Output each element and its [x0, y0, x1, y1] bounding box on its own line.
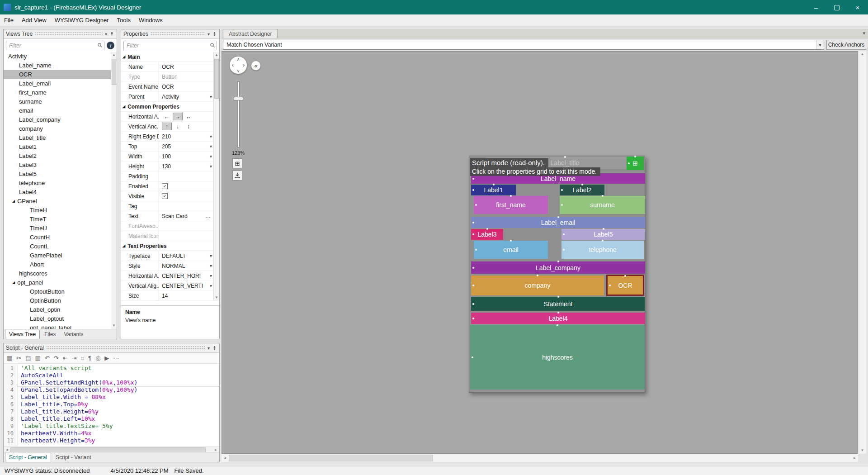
designer-view-company[interactable]: company [471, 276, 604, 295]
code-line-6[interactable]: 6Label_title.Top=0%y [4, 401, 219, 408]
dropdown-arrow-icon[interactable]: ▾ [210, 261, 212, 271]
designer-view-label-company[interactable]: Label_company [471, 261, 645, 274]
designer-view-telephone[interactable]: telephone [561, 241, 644, 259]
pin-icon[interactable] [109, 32, 114, 37]
tree-item-opt-panel[interactable]: ◢opt_panel [4, 278, 111, 287]
property-row-right-edge-d[interactable]: Right Edge D...210▾ [121, 132, 213, 142]
dropdown-arrow-icon[interactable]: ▾ [210, 162, 212, 171]
property-row-top[interactable]: Top205▾ [121, 142, 213, 152]
search-icon[interactable]: ◎ [95, 355, 100, 361]
property-row-fontaweso[interactable]: FontAweso...… [121, 221, 213, 231]
chevron-down-icon[interactable]: ▾ [208, 32, 210, 37]
search-icon[interactable] [210, 43, 215, 49]
zoom-slider-thumb[interactable] [234, 97, 243, 100]
scroll-right-icon[interactable]: ► [851, 454, 858, 462]
undo-icon[interactable]: ↶ [45, 355, 50, 361]
code-editor[interactable]: 1'All variants script2AutoScaleAll3GPane… [4, 364, 219, 446]
anchor-button-1[interactable]: ↑ [162, 123, 172, 130]
tree-item-timeh[interactable]: TimeH [4, 206, 111, 215]
maximize-button[interactable]: ▢ [826, 0, 847, 14]
tree-item-email[interactable]: email [4, 106, 111, 115]
tree-item-ocr[interactable]: OCR [4, 70, 111, 79]
expander-icon[interactable]: ◢ [12, 197, 15, 206]
more-icon[interactable]: ⋯ [113, 355, 119, 361]
outdent-icon[interactable]: ⇤ [63, 355, 68, 361]
design-surface[interactable]: Script mode (read-only). Click on the pr… [469, 156, 645, 393]
uncomment-icon[interactable]: ¶ [88, 355, 91, 361]
tree-item-company[interactable]: company [4, 124, 111, 133]
canvas-hscrollbar[interactable]: ◄ ► [222, 454, 858, 462]
tree-item-label2[interactable]: Label2 [4, 152, 111, 161]
tree-item-label4[interactable]: Label4 [4, 188, 111, 197]
designer-view-highscores[interactable]: highscores [470, 325, 645, 390]
properties-filter-input[interactable] [123, 41, 217, 50]
tab-files[interactable]: Files [41, 330, 59, 339]
code-line-9[interactable]: 9'Label_title.TextSize= 5%y [4, 423, 219, 430]
zoom-slider[interactable] [237, 81, 240, 147]
menu-item-windows[interactable]: Windows [135, 14, 167, 26]
checkbox[interactable]: ✓ [162, 183, 168, 189]
scroll-up-icon[interactable]: ▲ [111, 52, 117, 58]
tree-item-gpanel[interactable]: ◢GPanel [4, 197, 111, 206]
code-line-11[interactable]: 11heartbeatV.Height=3%y [4, 437, 219, 444]
tree-item-label-email[interactable]: Label_email [4, 79, 111, 88]
tree-item-activity[interactable]: Activity [4, 52, 111, 61]
tree-item-opt-panel-label[interactable]: opt_panel_label [4, 323, 111, 329]
tree-item-optoutbutton[interactable]: OptoutButton [4, 287, 111, 296]
pan-right-icon[interactable]: › [243, 62, 245, 68]
property-row-height[interactable]: Height130▾ [121, 162, 213, 171]
export-button[interactable] [232, 171, 242, 180]
designer-view-surname[interactable]: surname [560, 196, 645, 214]
tree-item-label3[interactable]: Label3 [4, 161, 111, 170]
views-tree-scrollbar[interactable]: ▲ ▼ [111, 52, 117, 329]
code-line-4[interactable]: 4GPanel.SetTopAndBottom(0%y,100%y) [4, 386, 219, 394]
property-row-vertical-anc[interactable]: Vertical Anc...↑↓↕ [121, 122, 213, 132]
tree-item-highscores[interactable]: highscores [4, 269, 111, 278]
scrollbar-thumb[interactable] [229, 455, 433, 461]
tree-item-abort[interactable]: Abort [4, 260, 111, 269]
designer-view-ocr[interactable]: OCR [606, 275, 644, 296]
property-row-text[interactable]: TextScan Card… [121, 211, 213, 221]
pin-icon[interactable] [212, 32, 217, 37]
designer-view-label-email[interactable]: Label_email [471, 217, 645, 228]
property-row-vertical-alig[interactable]: Vertical Alig...CENTER_VERTI▾ [121, 281, 213, 291]
property-group-common-properties[interactable]: ◢Common Properties [121, 102, 213, 112]
menu-item-file[interactable]: File [0, 14, 18, 26]
designer-view-label5[interactable]: Label5 [561, 229, 645, 240]
chevron-down-icon[interactable]: ▾ [816, 40, 824, 49]
code-line-7[interactable]: 7Label_title.Height=6%y [4, 408, 219, 415]
code-line-10[interactable]: 10heartbeatV.Width=4%x [4, 430, 219, 437]
redo-icon[interactable]: ↷ [54, 355, 59, 361]
property-row-width[interactable]: Width100▾ [121, 152, 213, 162]
scroll-up-icon[interactable]: ▲ [859, 51, 866, 57]
property-row-padding[interactable]: Padding [121, 171, 213, 181]
property-row-enabled[interactable]: Enabled✓ [121, 181, 213, 191]
anchor-button-2[interactable]: → [173, 113, 183, 120]
dropdown-arrow-icon[interactable]: ▾ [210, 92, 212, 102]
property-row-name[interactable]: NameOCR [121, 62, 213, 72]
tab-views-tree[interactable]: Views Tree [5, 330, 40, 339]
scroll-left-icon[interactable]: ◄ [222, 454, 228, 462]
tree-item-label-title[interactable]: Label_title [4, 133, 111, 142]
tree-item-label-optin[interactable]: Label_optin [4, 305, 111, 314]
expander-icon[interactable]: ◢ [12, 278, 15, 287]
grid-icon[interactable]: ▦ [7, 355, 12, 361]
designer-view-label2[interactable]: Label2 [560, 185, 604, 195]
dropdown-arrow-icon[interactable]: ▾ [210, 152, 212, 162]
tree-item-countl[interactable]: CountL [4, 242, 111, 251]
property-row-parent[interactable]: ParentActivity▾ [121, 92, 213, 102]
anchor-button-1[interactable]: ← [162, 113, 172, 120]
scroll-down-icon[interactable]: ▼ [859, 447, 866, 454]
tab-variants[interactable]: Variants [60, 330, 87, 339]
indent-icon[interactable]: ⇥ [72, 355, 77, 361]
canvas-vscrollbar[interactable]: ▲ ▼ [858, 51, 866, 454]
tree-item-gameplabel[interactable]: GamePlabel [4, 251, 111, 260]
tree-item-counth[interactable]: CountH [4, 233, 111, 242]
anchor-button-3[interactable]: ↔ [184, 113, 193, 120]
pan-left-icon[interactable]: ‹ [232, 62, 234, 68]
chevron-down-icon[interactable]: ▾ [105, 32, 107, 37]
ellipsis-button[interactable]: … [205, 211, 211, 221]
dropdown-arrow-icon[interactable]: ▾ [210, 142, 212, 152]
menu-item-wysiwyg-designer[interactable]: WYSIWYG Designer [51, 14, 113, 26]
scroll-up-icon[interactable]: ▲ [214, 52, 219, 58]
